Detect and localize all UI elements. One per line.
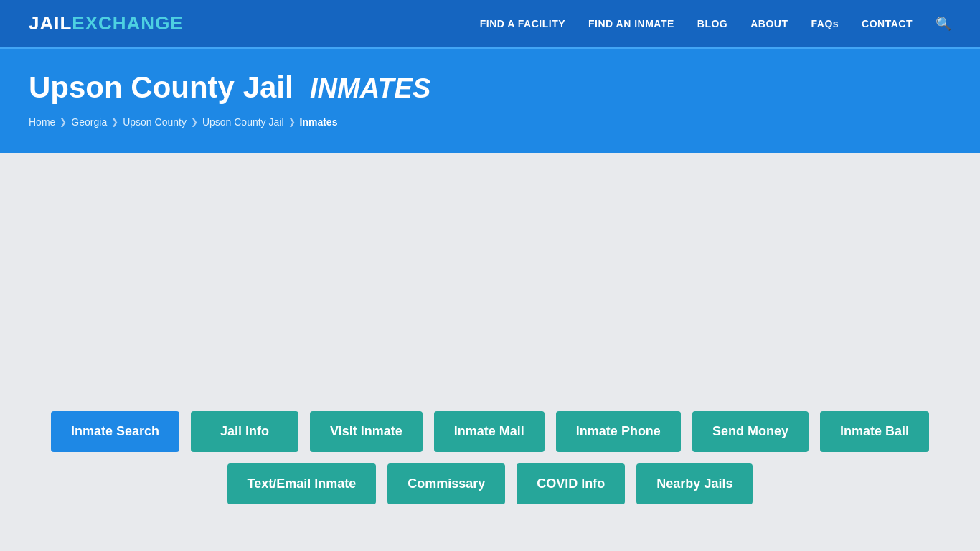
logo-exchange-text: EXCHANGE (72, 12, 183, 34)
breadcrumb: Home ❯ Georgia ❯ Upson County ❯ Upson Co… (29, 116, 951, 128)
inmate-phone-button[interactable]: Inmate Phone (556, 411, 681, 452)
nav-find-facility[interactable]: FIND A FACILITY (480, 18, 565, 29)
inmate-mail-button[interactable]: Inmate Mail (434, 411, 545, 452)
breadcrumb-sep-3: ❯ (191, 117, 198, 127)
nav-about[interactable]: ABOUT (750, 18, 788, 29)
nav-blog[interactable]: BLOG (697, 18, 727, 29)
page-title-main: Upson County Jail (29, 70, 293, 104)
breadcrumb-home[interactable]: Home (29, 116, 55, 128)
site-header: JAIL EXCHANGE FIND A FACILITY FIND AN IN… (0, 0, 980, 47)
breadcrumb-upson-county[interactable]: Upson County (123, 116, 187, 128)
breadcrumb-upson-county-jail[interactable]: Upson County Jail (202, 116, 284, 128)
main-content: Inmate Search Jail Info Visit Inmate Inm… (0, 153, 980, 547)
nav-contact[interactable]: CONTACT (862, 18, 913, 29)
breadcrumb-sep-2: ❯ (111, 117, 118, 127)
inmate-bail-button[interactable]: Inmate Bail (820, 411, 929, 452)
search-icon[interactable]: 🔍 (936, 16, 951, 32)
buttons-row-1: Inmate Search Jail Info Visit Inmate Inm… (51, 411, 929, 452)
page-title-italic: INMATES (310, 73, 430, 103)
breadcrumb-sep-4: ❯ (288, 117, 296, 127)
nav-faqs[interactable]: FAQs (811, 18, 839, 29)
breadcrumb-georgia[interactable]: Georgia (71, 116, 107, 128)
inmate-search-button[interactable]: Inmate Search (51, 411, 179, 452)
buttons-row-2: Text/Email Inmate Commissary COVID Info … (227, 463, 753, 504)
text-email-inmate-button[interactable]: Text/Email Inmate (227, 463, 377, 504)
nearby-jails-button[interactable]: Nearby Jails (636, 463, 753, 504)
hero-banner: Upson County Jail INMATES Home ❯ Georgia… (0, 49, 980, 153)
page-title: Upson County Jail INMATES (29, 70, 951, 105)
ad-area (29, 182, 951, 382)
site-logo[interactable]: JAIL EXCHANGE (29, 12, 184, 34)
send-money-button[interactable]: Send Money (692, 411, 809, 452)
covid-info-button[interactable]: COVID Info (517, 463, 625, 504)
breadcrumb-sep-1: ❯ (60, 117, 67, 127)
nav-find-inmate[interactable]: FIND AN INMATE (588, 18, 674, 29)
logo-jail-text: JAIL (29, 12, 72, 34)
jail-info-button[interactable]: Jail Info (191, 411, 298, 452)
visit-inmate-button[interactable]: Visit Inmate (310, 411, 423, 452)
buttons-section: Inmate Search Jail Info Visit Inmate Inm… (29, 411, 951, 504)
breadcrumb-current: Inmates (300, 116, 338, 128)
commissary-button[interactable]: Commissary (387, 463, 505, 504)
main-nav: FIND A FACILITY FIND AN INMATE BLOG ABOU… (480, 16, 951, 32)
